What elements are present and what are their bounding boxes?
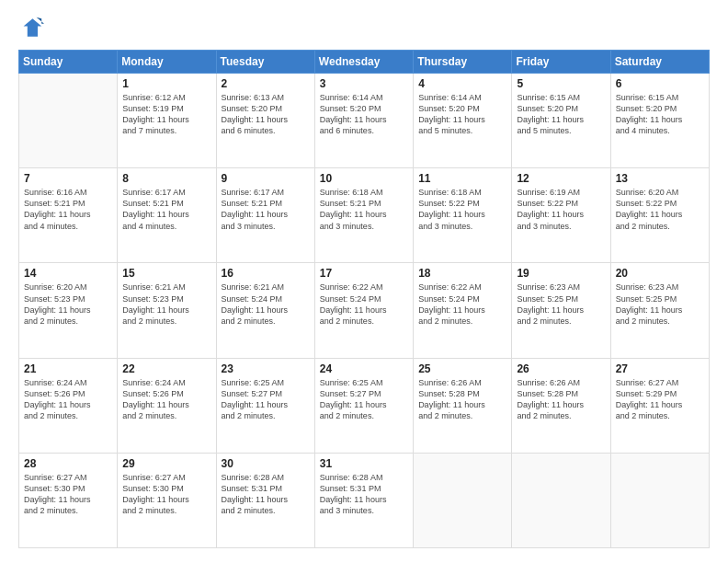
day-number: 25: [418, 362, 506, 375]
calendar-cell: [414, 453, 512, 547]
calendar-cell: 17Sunrise: 6:22 AM Sunset: 5:24 PM Dayli…: [314, 263, 413, 358]
day-number: 5: [517, 77, 605, 90]
day-info: Sunrise: 6:26 AM Sunset: 5:28 PM Dayligh…: [517, 377, 605, 422]
day-info: Sunrise: 6:22 AM Sunset: 5:24 PM Dayligh…: [418, 282, 506, 327]
calendar-cell: 4Sunrise: 6:14 AM Sunset: 5:20 PM Daylig…: [414, 74, 512, 168]
calendar-header-monday: Monday: [118, 51, 216, 74]
day-info: Sunrise: 6:21 AM Sunset: 5:24 PM Dayligh…: [222, 282, 310, 327]
calendar-cell: 26Sunrise: 6:26 AM Sunset: 5:28 PM Dayli…: [512, 358, 610, 453]
day-info: Sunrise: 6:18 AM Sunset: 5:22 PM Dayligh…: [418, 187, 506, 232]
day-number: 1: [122, 77, 210, 90]
day-info: Sunrise: 6:27 AM Sunset: 5:29 PM Dayligh…: [616, 377, 704, 422]
day-number: 17: [320, 267, 408, 280]
calendar-cell: [512, 453, 610, 547]
calendar-cell: 28Sunrise: 6:27 AM Sunset: 5:30 PM Dayli…: [19, 453, 118, 547]
calendar-cell: [19, 74, 118, 168]
day-info: Sunrise: 6:14 AM Sunset: 5:20 PM Dayligh…: [418, 92, 506, 137]
calendar-cell: 11Sunrise: 6:18 AM Sunset: 5:22 PM Dayli…: [414, 168, 512, 263]
day-info: Sunrise: 6:15 AM Sunset: 5:20 PM Dayligh…: [517, 92, 605, 137]
calendar-cell: 20Sunrise: 6:23 AM Sunset: 5:25 PM Dayli…: [610, 263, 709, 358]
calendar-header-friday: Friday: [512, 51, 610, 74]
day-number: 31: [320, 457, 408, 470]
logo-icon: [18, 15, 44, 40]
day-info: Sunrise: 6:24 AM Sunset: 5:26 PM Dayligh…: [122, 377, 210, 422]
day-number: 21: [24, 362, 112, 375]
day-number: 26: [517, 362, 605, 375]
calendar-cell: 15Sunrise: 6:21 AM Sunset: 5:23 PM Dayli…: [118, 263, 216, 358]
calendar-cell: 24Sunrise: 6:25 AM Sunset: 5:27 PM Dayli…: [314, 358, 413, 453]
calendar-week-2: 14Sunrise: 6:20 AM Sunset: 5:23 PM Dayli…: [19, 263, 710, 358]
day-info: Sunrise: 6:17 AM Sunset: 5:21 PM Dayligh…: [222, 187, 310, 232]
calendar-cell: 21Sunrise: 6:24 AM Sunset: 5:26 PM Dayli…: [19, 358, 118, 453]
calendar-cell: 1Sunrise: 6:12 AM Sunset: 5:19 PM Daylig…: [118, 74, 216, 168]
calendar-cell: 13Sunrise: 6:20 AM Sunset: 5:22 PM Dayli…: [610, 168, 709, 263]
day-info: Sunrise: 6:25 AM Sunset: 5:27 PM Dayligh…: [222, 377, 310, 422]
day-info: Sunrise: 6:22 AM Sunset: 5:24 PM Dayligh…: [320, 282, 408, 327]
calendar-cell: 19Sunrise: 6:23 AM Sunset: 5:25 PM Dayli…: [512, 263, 610, 358]
day-info: Sunrise: 6:27 AM Sunset: 5:30 PM Dayligh…: [122, 472, 210, 517]
calendar-cell: 25Sunrise: 6:26 AM Sunset: 5:28 PM Dayli…: [414, 358, 512, 453]
day-info: Sunrise: 6:23 AM Sunset: 5:25 PM Dayligh…: [517, 282, 605, 327]
day-info: Sunrise: 6:20 AM Sunset: 5:22 PM Dayligh…: [616, 187, 704, 232]
day-info: Sunrise: 6:13 AM Sunset: 5:20 PM Dayligh…: [222, 92, 310, 137]
calendar-cell: 8Sunrise: 6:17 AM Sunset: 5:21 PM Daylig…: [118, 168, 216, 263]
day-number: 13: [616, 172, 704, 185]
day-number: 8: [122, 172, 210, 185]
day-number: 6: [616, 77, 704, 90]
day-info: Sunrise: 6:18 AM Sunset: 5:21 PM Dayligh…: [320, 187, 408, 232]
calendar-cell: 18Sunrise: 6:22 AM Sunset: 5:24 PM Dayli…: [414, 263, 512, 358]
day-number: 3: [320, 77, 408, 90]
calendar-cell: 22Sunrise: 6:24 AM Sunset: 5:26 PM Dayli…: [118, 358, 216, 453]
day-info: Sunrise: 6:14 AM Sunset: 5:20 PM Dayligh…: [320, 92, 408, 137]
calendar-header-saturday: Saturday: [610, 51, 709, 74]
calendar-cell: 5Sunrise: 6:15 AM Sunset: 5:20 PM Daylig…: [512, 74, 610, 168]
day-number: 10: [320, 172, 408, 185]
day-number: 7: [24, 172, 112, 185]
day-number: 18: [418, 267, 506, 280]
calendar-header-thursday: Thursday: [414, 51, 512, 74]
day-info: Sunrise: 6:16 AM Sunset: 5:21 PM Dayligh…: [24, 187, 112, 232]
day-number: 4: [418, 77, 506, 90]
calendar-week-1: 7Sunrise: 6:16 AM Sunset: 5:21 PM Daylig…: [19, 168, 710, 263]
calendar-cell: 27Sunrise: 6:27 AM Sunset: 5:29 PM Dayli…: [610, 358, 709, 453]
day-number: 11: [418, 172, 506, 185]
day-number: 20: [616, 267, 704, 280]
day-info: Sunrise: 6:12 AM Sunset: 5:19 PM Dayligh…: [122, 92, 210, 137]
day-number: 22: [122, 362, 210, 375]
day-number: 9: [222, 172, 310, 185]
calendar-week-3: 21Sunrise: 6:24 AM Sunset: 5:26 PM Dayli…: [19, 358, 710, 453]
day-number: 19: [517, 267, 605, 280]
day-number: 23: [222, 362, 310, 375]
calendar-cell: 7Sunrise: 6:16 AM Sunset: 5:21 PM Daylig…: [19, 168, 118, 263]
day-number: 29: [122, 457, 210, 470]
calendar-cell: 2Sunrise: 6:13 AM Sunset: 5:20 PM Daylig…: [216, 74, 314, 168]
day-info: Sunrise: 6:15 AM Sunset: 5:20 PM Dayligh…: [616, 92, 704, 137]
calendar-header-row: SundayMondayTuesdayWednesdayThursdayFrid…: [19, 51, 710, 74]
day-number: 15: [122, 267, 210, 280]
calendar-cell: 16Sunrise: 6:21 AM Sunset: 5:24 PM Dayli…: [216, 263, 314, 358]
calendar-cell: 12Sunrise: 6:19 AM Sunset: 5:22 PM Dayli…: [512, 168, 610, 263]
day-number: 14: [24, 267, 112, 280]
day-number: 28: [24, 457, 112, 470]
day-info: Sunrise: 6:26 AM Sunset: 5:28 PM Dayligh…: [418, 377, 506, 422]
day-info: Sunrise: 6:28 AM Sunset: 5:31 PM Dayligh…: [320, 472, 408, 517]
calendar-header-wednesday: Wednesday: [314, 51, 413, 74]
calendar-cell: 10Sunrise: 6:18 AM Sunset: 5:21 PM Dayli…: [314, 168, 413, 263]
day-number: 2: [222, 77, 310, 90]
day-info: Sunrise: 6:24 AM Sunset: 5:26 PM Dayligh…: [24, 377, 112, 422]
calendar-cell: 31Sunrise: 6:28 AM Sunset: 5:31 PM Dayli…: [314, 453, 413, 547]
calendar-week-4: 28Sunrise: 6:27 AM Sunset: 5:30 PM Dayli…: [19, 453, 710, 547]
calendar-table: SundayMondayTuesdayWednesdayThursdayFrid…: [18, 50, 710, 548]
day-info: Sunrise: 6:25 AM Sunset: 5:27 PM Dayligh…: [320, 377, 408, 422]
day-number: 27: [616, 362, 704, 375]
day-info: Sunrise: 6:21 AM Sunset: 5:23 PM Dayligh…: [122, 282, 210, 327]
day-number: 16: [222, 267, 310, 280]
day-info: Sunrise: 6:23 AM Sunset: 5:25 PM Dayligh…: [616, 282, 704, 327]
header: [18, 15, 710, 40]
day-number: 24: [320, 362, 408, 375]
calendar-cell: 30Sunrise: 6:28 AM Sunset: 5:31 PM Dayli…: [216, 453, 314, 547]
day-info: Sunrise: 6:28 AM Sunset: 5:31 PM Dayligh…: [222, 472, 310, 517]
day-info: Sunrise: 6:20 AM Sunset: 5:23 PM Dayligh…: [24, 282, 112, 327]
logo: [18, 15, 48, 40]
calendar-cell: 3Sunrise: 6:14 AM Sunset: 5:20 PM Daylig…: [314, 74, 413, 168]
